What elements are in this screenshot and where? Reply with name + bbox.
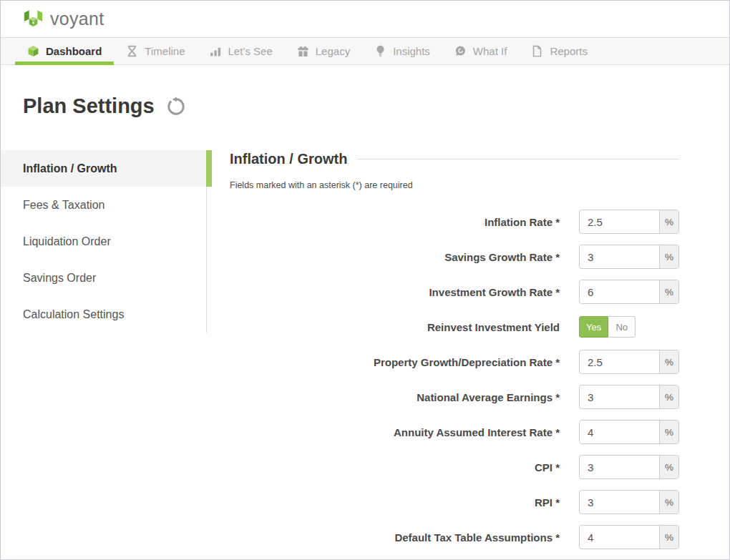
settings-panel: Inflation / Growth Fields marked with an… bbox=[207, 150, 729, 560]
field-control: YesNo bbox=[579, 316, 679, 338]
percent-addon: % bbox=[659, 385, 678, 408]
percent-addon: % bbox=[659, 491, 678, 514]
field-control: % bbox=[579, 420, 679, 444]
form-row-cpi: CPI *% bbox=[230, 455, 679, 479]
reinvest-investment-yield-toggle: YesNo bbox=[579, 316, 636, 338]
field-label: Annuity Assumed Interest Rate * bbox=[394, 426, 560, 438]
form-row-investment-growth-rate: Investment Growth Rate *% bbox=[230, 280, 679, 304]
field-control: % bbox=[579, 350, 679, 374]
national-average-earnings-input[interactable] bbox=[580, 385, 659, 408]
field-control: % bbox=[579, 385, 679, 409]
heading-rule bbox=[357, 159, 679, 159]
form-row-rpi: RPI *% bbox=[230, 490, 679, 514]
field-label: Investment Growth Rate * bbox=[429, 286, 560, 298]
tab-legacy[interactable]: Legacy bbox=[285, 38, 362, 64]
rpi-input[interactable] bbox=[580, 491, 659, 514]
hourglass-icon bbox=[126, 45, 138, 57]
form-row-savings-growth-rate: Savings Growth Rate *% bbox=[230, 245, 679, 269]
sidebar-item-label: Savings Order bbox=[23, 272, 96, 285]
investment-growth-rate-input[interactable] bbox=[580, 280, 659, 303]
cpi-input[interactable] bbox=[580, 456, 659, 478]
sidebar-item-calculation-settings[interactable]: Calculation Settings bbox=[1, 296, 207, 333]
form-row-annuity-assumed-interest-rate: Annuity Assumed Interest Rate *% bbox=[230, 420, 679, 444]
tab-label: Legacy bbox=[316, 45, 350, 57]
percent-input-group: % bbox=[579, 350, 679, 374]
inflation-rate-input[interactable] bbox=[580, 210, 659, 233]
percent-addon: % bbox=[659, 280, 678, 303]
dashboard-cube-icon bbox=[27, 45, 39, 57]
required-fields-note: Fields marked with an asterisk (*) are r… bbox=[230, 180, 679, 190]
percent-addon: % bbox=[659, 210, 678, 233]
lightbulb-icon bbox=[374, 45, 386, 57]
report-doc-icon bbox=[531, 45, 543, 57]
tab-label: Let’s See bbox=[228, 45, 273, 57]
voyant-logo[interactable]: voyant bbox=[22, 8, 104, 30]
tab-timeline[interactable]: Timeline bbox=[114, 38, 197, 64]
voyant-logo-icon bbox=[22, 8, 44, 30]
tab-label: What If bbox=[473, 45, 507, 57]
percent-input-group: % bbox=[579, 385, 679, 409]
bar-chart-icon bbox=[210, 45, 222, 57]
sidebar-item-liquidation-order[interactable]: Liquidation Order bbox=[1, 223, 207, 260]
field-label: RPI * bbox=[535, 496, 560, 509]
property-growth-depreciation-rate-input[interactable] bbox=[580, 350, 659, 373]
percent-input-group: % bbox=[579, 490, 679, 514]
percent-input-group: % bbox=[579, 525, 679, 549]
sidebar-item-inflation-growth[interactable]: Inflation / Growth bbox=[1, 150, 207, 187]
refresh-icon[interactable] bbox=[166, 97, 186, 117]
section-heading: Inflation / Growth bbox=[230, 151, 347, 167]
page-title: Plan Settings bbox=[23, 94, 155, 118]
field-label: National Average Earnings * bbox=[417, 391, 560, 403]
field-control: % bbox=[579, 245, 679, 269]
form-row-property-growth-depreciation-rate: Property Growth/Depreciation Rate *% bbox=[230, 350, 679, 374]
toggle-option-yes[interactable]: Yes bbox=[579, 316, 608, 338]
toggle-option-no[interactable]: No bbox=[608, 316, 636, 338]
field-control: % bbox=[579, 455, 679, 479]
tab-what-if[interactable]: What If bbox=[442, 38, 520, 64]
form-row-reinvest-investment-yield: Reinvest Investment YieldYesNo bbox=[230, 315, 679, 339]
percent-addon: % bbox=[659, 456, 678, 478]
annuity-assumed-interest-rate-input[interactable] bbox=[580, 421, 659, 443]
field-control: % bbox=[579, 525, 679, 549]
field-label: Default Tax Table Assumptions * bbox=[394, 531, 560, 544]
field-control: % bbox=[579, 490, 679, 514]
percent-addon: % bbox=[659, 350, 678, 373]
percent-input-group: % bbox=[579, 280, 679, 304]
app-header: voyant bbox=[1, 1, 729, 37]
sidebar-item-fees-taxation[interactable]: Fees & Taxation bbox=[1, 187, 207, 223]
tab-reports[interactable]: Reports bbox=[519, 38, 600, 64]
tab-dashboard[interactable]: Dashboard bbox=[15, 38, 114, 64]
field-label: CPI * bbox=[535, 461, 560, 473]
tab-label: Reports bbox=[550, 45, 588, 57]
form-row-inflation-rate: Inflation Rate *% bbox=[230, 210, 679, 234]
default-tax-table-assumptions-input[interactable] bbox=[580, 526, 659, 549]
sidebar-item-label: Liquidation Order bbox=[23, 235, 111, 248]
percent-addon: % bbox=[659, 421, 678, 443]
main-nav: DashboardTimelineLet’s SeeLegacyInsights… bbox=[1, 37, 729, 65]
sidebar-item-label: Inflation / Growth bbox=[23, 162, 117, 175]
form-row-national-average-earnings: National Average Earnings *% bbox=[230, 385, 679, 409]
inflation-growth-form: Inflation Rate *%Savings Growth Rate *%I… bbox=[230, 210, 679, 549]
field-control: % bbox=[579, 210, 679, 234]
sidebar-item-savings-order[interactable]: Savings Order bbox=[1, 260, 207, 296]
percent-input-group: % bbox=[579, 420, 679, 444]
field-control: % bbox=[579, 280, 679, 304]
tab-label: Dashboard bbox=[46, 45, 102, 57]
gift-icon bbox=[297, 45, 309, 57]
settings-sidebar: Inflation / GrowthFees & TaxationLiquida… bbox=[1, 150, 207, 333]
percent-addon: % bbox=[659, 245, 678, 268]
brand-name: voyant bbox=[50, 9, 104, 29]
form-row-default-tax-table-assumptions: Default Tax Table Assumptions *% bbox=[230, 525, 679, 549]
savings-growth-rate-input[interactable] bbox=[580, 245, 659, 268]
field-label: Savings Growth Rate * bbox=[444, 251, 560, 263]
tab-let-s-see[interactable]: Let’s See bbox=[198, 38, 285, 64]
field-label: Property Growth/Depreciation Rate * bbox=[374, 356, 560, 368]
percent-addon: % bbox=[659, 526, 678, 549]
tab-label: Insights bbox=[393, 45, 430, 57]
sidebar-item-label: Fees & Taxation bbox=[23, 199, 104, 212]
chat-bubble-icon bbox=[454, 45, 467, 57]
percent-input-group: % bbox=[579, 455, 679, 479]
sidebar-item-label: Calculation Settings bbox=[23, 308, 124, 321]
tab-insights[interactable]: Insights bbox=[362, 38, 442, 64]
percent-input-group: % bbox=[579, 210, 679, 234]
